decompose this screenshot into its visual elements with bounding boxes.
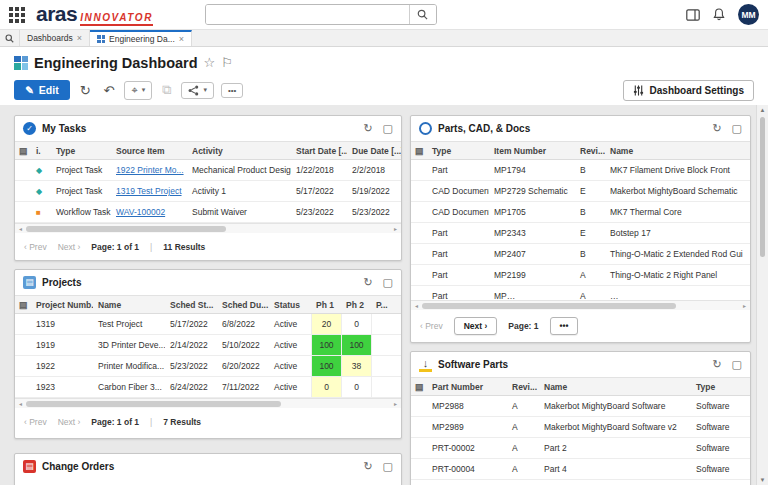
source-item-link[interactable]: WAV-100002: [111, 207, 187, 217]
scroll-up-icon[interactable]: ▲: [760, 105, 766, 115]
scroll-right-icon[interactable]: ▸: [390, 400, 401, 407]
close-icon[interactable]: ×: [77, 33, 82, 43]
column-header[interactable]: Type: [691, 382, 750, 392]
source-item-link[interactable]: 1922 Printer Mo...: [111, 165, 187, 175]
scrollbar-track[interactable]: [757, 115, 768, 475]
scrollbar-thumb[interactable]: [26, 226, 226, 232]
column-header[interactable]: Start Date [...]: [291, 146, 347, 156]
next-button[interactable]: Next ›: [58, 242, 81, 252]
maximize-icon[interactable]: ▢: [383, 461, 393, 472]
table-row[interactable]: MP2988 A Makerbot MightyBoard Software S…: [411, 396, 750, 417]
table-row[interactable]: ◆ Project Task 1319 Test Project Activit…: [15, 181, 401, 202]
select-all-icon[interactable]: ▤: [15, 146, 31, 156]
column-header[interactable]: Name: [605, 146, 750, 156]
undo-button[interactable]: ↶: [101, 82, 118, 99]
table-row[interactable]: PRT-00002 A Part 2 Software: [411, 438, 750, 459]
table-row[interactable]: ◆ Project Task 1922 Printer Mo... Mechan…: [15, 160, 401, 181]
table-row[interactable]: PRT-00004 A Part 4 Software: [411, 459, 750, 480]
next-button[interactable]: Next ›: [58, 417, 81, 427]
column-header[interactable]: Revi...: [575, 146, 605, 156]
table-row[interactable]: ■ Workflow Task WAV-100002 Submit Waiver…: [15, 202, 401, 223]
more-actions-button[interactable]: •••: [221, 83, 243, 98]
refresh-icon[interactable]: ↻: [363, 461, 372, 472]
global-search-input[interactable]: [206, 5, 409, 24]
more-pages-button[interactable]: •••: [550, 317, 579, 335]
tab-engineering-dashboard[interactable]: Engineering Da... ×: [90, 30, 192, 46]
favorite-star-icon[interactable]: ☆: [204, 56, 216, 69]
maximize-icon[interactable]: ▢: [732, 359, 742, 370]
column-header[interactable]: i.: [31, 146, 51, 156]
scroll-right-icon[interactable]: ▸: [739, 302, 750, 309]
refresh-button[interactable]: ↻: [77, 82, 94, 99]
horizontal-scrollbar[interactable]: ◂ ▸: [411, 300, 750, 310]
source-item-link[interactable]: 1319 Test Project: [111, 186, 187, 196]
scroll-down-icon[interactable]: ▼: [760, 475, 766, 485]
maximize-icon[interactable]: ▢: [383, 277, 393, 288]
aras-logo[interactable]: aras INNOVATOR: [36, 3, 153, 26]
refresh-icon[interactable]: ↻: [363, 277, 372, 288]
table-row[interactable]: Part MP2199 A Thing-O-Matic 2 Right Pane…: [411, 265, 750, 286]
vertical-scrollbar[interactable]: ▲ ▼: [756, 105, 768, 485]
prev-button[interactable]: ‹ Prev: [24, 417, 47, 427]
table-row[interactable]: CAD Document MP2729 Schematic E Makerbot…: [411, 181, 750, 202]
column-header[interactable]: Ph 1: [311, 300, 341, 310]
tab-dashboards[interactable]: Dashboards ×: [20, 30, 90, 46]
scrollbar-thumb[interactable]: [760, 117, 765, 257]
copy-button[interactable]: ⧉: [159, 81, 174, 99]
column-header[interactable]: Ph 2: [341, 300, 371, 310]
column-header[interactable]: Type: [51, 146, 111, 156]
user-avatar[interactable]: MM: [738, 4, 759, 25]
table-row[interactable]: Part MP2343 E Botstep 17: [411, 223, 750, 244]
select-all-icon[interactable]: ▤: [15, 300, 31, 310]
scroll-right-icon[interactable]: ▸: [390, 225, 401, 232]
scroll-left-icon[interactable]: ◂: [411, 302, 422, 309]
column-header[interactable]: Revi...: [507, 382, 539, 392]
column-header[interactable]: Activity: [187, 146, 291, 156]
prev-button[interactable]: ‹ Prev: [24, 242, 47, 252]
horizontal-scrollbar[interactable]: ◂ ▸: [15, 398, 401, 408]
close-icon[interactable]: ×: [179, 34, 184, 44]
scroll-left-icon[interactable]: ◂: [15, 400, 26, 407]
horizontal-scrollbar[interactable]: ◂ ▸: [15, 223, 401, 233]
notifications-button[interactable]: [713, 8, 725, 21]
app-launcher-icon[interactable]: [9, 7, 25, 23]
table-row[interactable]: 1923 Carbon Fiber 3... 6/24/2022 7/11/20…: [15, 377, 401, 398]
column-header[interactable]: Sched Du...: [217, 300, 269, 310]
select-all-icon[interactable]: ▤: [411, 382, 427, 392]
scroll-left-icon[interactable]: ◂: [15, 225, 26, 232]
refresh-icon[interactable]: ↻: [712, 359, 721, 370]
table-row[interactable]: 1319 Test Project 5/17/2022 6/8/2022 Act…: [15, 314, 401, 335]
tab-search-button[interactable]: [0, 30, 20, 46]
column-header[interactable]: Part Number: [427, 382, 507, 392]
share-dropdown[interactable]: ▾: [181, 82, 214, 99]
column-header[interactable]: Type: [427, 146, 489, 156]
scrollbar-track[interactable]: [422, 303, 739, 309]
table-row[interactable]: 1922 Printer Modifica... 5/23/2022 6/20/…: [15, 356, 401, 377]
column-header[interactable]: Name: [539, 382, 691, 392]
side-panel-toggle-button[interactable]: [686, 9, 700, 21]
column-header[interactable]: Sched St...: [165, 300, 217, 310]
table-row[interactable]: Part MP1794 B MK7 Filament Drive Block F…: [411, 160, 750, 181]
column-header[interactable]: Status: [269, 300, 311, 310]
table-row[interactable]: CAD Document MP1705 B MK7 Thermal Core: [411, 202, 750, 223]
table-row[interactable]: 1919 3D Printer Deve... 2/14/2022 5/10/2…: [15, 335, 401, 356]
maximize-icon[interactable]: ▢: [383, 123, 393, 134]
scrollbar-track[interactable]: [26, 226, 390, 232]
refresh-icon[interactable]: ↻: [712, 123, 721, 134]
column-header[interactable]: Source Item: [111, 146, 187, 156]
select-all-icon[interactable]: ▤: [411, 146, 427, 156]
table-row[interactable]: Part MP… A …: [411, 286, 750, 300]
edit-button[interactable]: ✎ Edit: [14, 80, 70, 100]
column-header[interactable]: P...: [371, 300, 401, 310]
scrollbar-thumb[interactable]: [26, 401, 281, 407]
table-row[interactable]: MP2989 A Makerbot MightyBoard Software v…: [411, 417, 750, 438]
column-header[interactable]: Due Date [...]: [347, 146, 401, 156]
prev-button[interactable]: ‹ Prev: [420, 321, 443, 331]
search-button[interactable]: [409, 5, 436, 24]
maximize-icon[interactable]: ▢: [732, 123, 742, 134]
scrollbar-thumb[interactable]: [422, 303, 676, 309]
table-row[interactable]: Part MP2407 B Thing-O-Matic 2 Extended R…: [411, 244, 750, 265]
column-header[interactable]: Name: [93, 300, 165, 310]
dashboard-settings-button[interactable]: Dashboard Settings: [623, 80, 754, 101]
scrollbar-track[interactable]: [26, 401, 390, 407]
